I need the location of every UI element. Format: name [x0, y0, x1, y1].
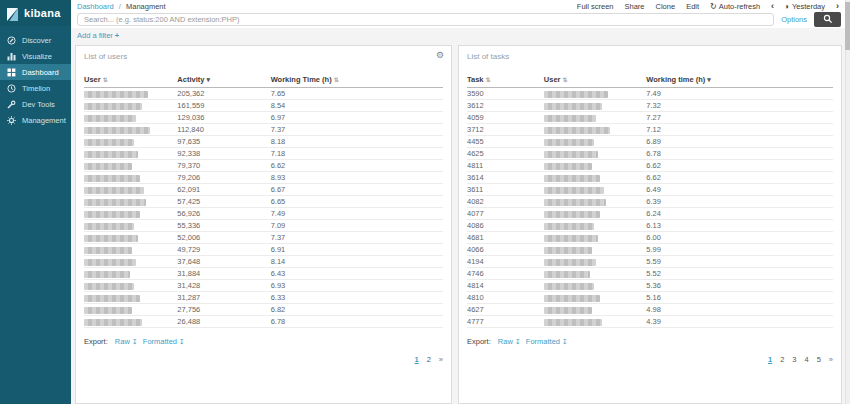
pagination: 12»	[84, 355, 443, 364]
breadcrumb-dashboard-link[interactable]: Dashboard	[77, 2, 114, 11]
sidebar-item-timelion[interactable]: Timelion	[0, 80, 71, 96]
export-raw-link[interactable]: Raw ↧	[115, 337, 138, 346]
table-row: 47465.52	[467, 268, 833, 280]
table-cell	[544, 160, 646, 172]
sidebar-item-management[interactable]: Management	[0, 112, 71, 128]
pagination-page-4[interactable]: 4	[804, 355, 808, 364]
export-links: Raw ↧Formatted ↧	[493, 337, 568, 346]
table-cell: 3712	[467, 124, 544, 136]
table-cell	[84, 244, 177, 256]
redacted-user-value	[84, 211, 140, 218]
panel-title: List of users	[84, 52, 443, 61]
table-cell: 8.18	[271, 136, 443, 148]
table-cell	[544, 244, 646, 256]
time-picker-button[interactable]: ◗ Yesterday	[785, 2, 825, 11]
redacted-user-value	[84, 139, 134, 146]
table-cell: 4746	[467, 268, 544, 280]
kibana-logo[interactable]: kibana	[0, 0, 71, 26]
menu-clone[interactable]: Clone	[656, 2, 676, 11]
export-formatted-link[interactable]: Formatted ↧	[143, 337, 185, 346]
dashboard-icon	[7, 68, 16, 77]
table-cell	[84, 100, 177, 112]
table-cell: 7.49	[646, 88, 833, 100]
redacted-user-value	[84, 247, 132, 254]
export-row: Export: Raw ↧Formatted ↧	[467, 337, 833, 346]
time-prev-button chevron-left-icon[interactable]: ‹	[771, 1, 774, 11]
panel-options-gear-icon[interactable]: ⚙	[436, 50, 444, 60]
redacted-user-value	[544, 187, 604, 194]
column-header-user[interactable]: User⇅	[544, 73, 646, 88]
options-link[interactable]: Options	[781, 15, 807, 24]
redacted-user-value	[84, 151, 138, 158]
pagination-page-1[interactable]: 1	[414, 355, 418, 364]
table-cell: 4627	[467, 304, 544, 316]
table-cell: 49,729	[177, 244, 270, 256]
sidebar-item-dev-tools[interactable]: Dev Tools	[0, 96, 71, 112]
pagination-next-button[interactable]: »	[829, 355, 833, 364]
search-input[interactable]	[77, 13, 774, 26]
pagination-next-button[interactable]: »	[439, 355, 443, 364]
export-formatted-link[interactable]: Formatted ↧	[526, 337, 568, 346]
sidebar-item-dashboard[interactable]: Dashboard	[0, 64, 71, 80]
vertical-scrollbar[interactable]	[845, 0, 850, 404]
table-row: 46274.98	[467, 304, 833, 316]
menu-share[interactable]: Share	[625, 2, 645, 11]
table-cell: 62,091	[177, 184, 270, 196]
search-button[interactable]	[814, 12, 841, 27]
table-cell: 6.82	[271, 304, 443, 316]
table-row: 31,2876.33	[84, 292, 443, 304]
sidebar-item-discover[interactable]: Discover	[0, 32, 71, 48]
redacted-user-value	[84, 259, 136, 266]
table-cell: 4777	[467, 316, 544, 328]
table-cell: 56,926	[177, 208, 270, 220]
column-header-activity[interactable]: Activity▾	[177, 73, 270, 88]
table-row: 31,4286.93	[84, 280, 443, 292]
table-cell	[84, 124, 177, 136]
time-picker-label: Yesterday	[792, 2, 825, 11]
table-row: 36146.62	[467, 172, 833, 184]
table-row: 79,2068.93	[84, 172, 443, 184]
add-filter-link[interactable]: Add a filter+	[77, 31, 119, 40]
column-header-user[interactable]: User⇅	[84, 73, 177, 88]
redacted-user-value	[84, 223, 134, 230]
download-icon: ↧	[515, 338, 521, 345]
scrollbar-thumb[interactable]	[845, 2, 850, 50]
table-cell: 5.16	[646, 292, 833, 304]
menu-edit[interactable]: Edit	[686, 2, 699, 11]
table-cell: 8.54	[271, 100, 443, 112]
column-header-working-time-h-[interactable]: Working Time (h)⇅	[271, 73, 443, 88]
pagination-page-1[interactable]: 1	[768, 355, 772, 364]
column-header-working-time-h-[interactable]: Working time (h)▾	[646, 73, 833, 88]
time-next-button chevron-right-icon[interactable]: ›	[836, 1, 839, 11]
pagination-page-2[interactable]: 2	[427, 355, 431, 364]
export-raw-link[interactable]: Raw ↧	[498, 337, 521, 346]
column-header-task[interactable]: Task⇅	[467, 73, 544, 88]
refresh-icon: ↻	[710, 2, 717, 11]
column-label: Working Time (h)	[271, 75, 332, 84]
table-cell	[544, 292, 646, 304]
table-cell	[84, 220, 177, 232]
pagination-page-2[interactable]: 2	[780, 355, 784, 364]
menu-auto-refresh[interactable]: ↻Auto-refresh	[710, 2, 760, 11]
menu-item-label: Share	[625, 2, 645, 11]
table-cell: 97,635	[177, 136, 270, 148]
table-cell: 205,362	[177, 88, 270, 100]
pagination-page-5[interactable]: 5	[817, 355, 821, 364]
table-row: 46816.00	[467, 232, 833, 244]
redacted-user-value	[544, 103, 602, 110]
clock-icon: ◗	[785, 2, 790, 11]
pagination-page-3[interactable]: 3	[792, 355, 796, 364]
table-cell	[544, 304, 646, 316]
table-cell: 3611	[467, 184, 544, 196]
table-cell: 7.49	[271, 208, 443, 220]
sidebar-item-visualize[interactable]: Visualize	[0, 48, 71, 64]
plus-icon: +	[115, 31, 119, 40]
table-header-row: Task⇅User⇅Working time (h)▾	[467, 73, 833, 88]
table-cell	[84, 280, 177, 292]
table-header-row: User⇅Activity▾Working Time (h)⇅	[84, 73, 443, 88]
table-row: 48145.36	[467, 280, 833, 292]
table-row: 37,6488.14	[84, 256, 443, 268]
table-cell: 4059	[467, 112, 544, 124]
menu-full-screen[interactable]: Full screen	[577, 2, 614, 11]
table-cell	[544, 88, 646, 100]
